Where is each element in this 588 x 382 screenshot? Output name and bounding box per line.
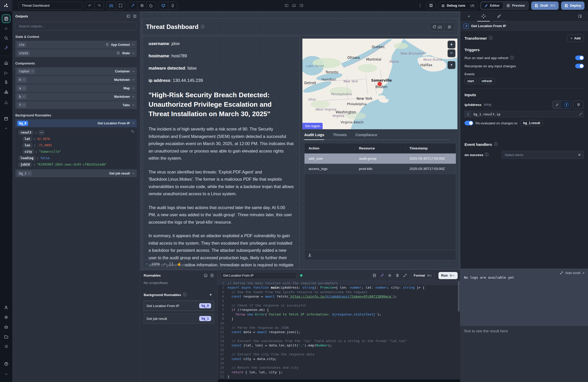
panel-right-icon[interactable] xyxy=(300,4,303,7)
output-row-ctx[interactable]: ctx App Context xyxy=(15,41,137,49)
code-line[interactable]: 6 // Check if the response is successful xyxy=(218,303,460,308)
desktop-view-icon[interactable] xyxy=(159,2,168,10)
auto-scroll-check-icon[interactable]: ✓ xyxy=(582,271,585,275)
code-line[interactable]: 21 return { lon, lat, city }; xyxy=(218,370,460,374)
code-line[interactable]: 3 // Use the token from the Ipinfo resou… xyxy=(218,290,460,294)
static-mode-icon[interactable] xyxy=(552,101,562,108)
rail-search-icon[interactable] xyxy=(2,34,10,42)
chevron-down-icon[interactable] xyxy=(132,43,135,46)
auto-scroll-label[interactable]: Auto scroll xyxy=(565,271,580,275)
set-region-button[interactable]: Set region xyxy=(302,123,323,129)
dark-mode-icon[interactable] xyxy=(146,2,156,10)
ip-expression-input[interactable]: 1 bg_1.result.ip xyxy=(465,111,584,117)
tabs-component[interactable]: Audit Logs Threats Compliance Action Res… xyxy=(302,130,458,273)
event-refresh-badge[interactable]: refresh xyxy=(479,78,495,84)
chevron-down-icon[interactable] xyxy=(132,52,135,54)
component-row-topbar[interactable]: topbar☝ Container xyxy=(15,67,137,75)
table-row[interactable]: access_logs prod-k8s 2025-03-30T17:03:00… xyxy=(304,164,456,174)
rail-runs-icon[interactable]: ▷ xyxy=(2,68,10,77)
rail-collapse-icon[interactable]: → xyxy=(2,369,10,378)
redo-button[interactable]: ↷ xyxy=(94,2,104,10)
event-start-badge[interactable]: start xyxy=(465,78,477,84)
style-tab-icon[interactable] xyxy=(496,11,502,21)
bg0-row[interactable]: bg_0 Get Location From IP xyxy=(15,119,137,127)
table-row[interactable]: add_user audit-group 2025-03-30T17:00:00… xyxy=(304,154,456,164)
editor-mode-button[interactable]: Editor xyxy=(481,2,503,9)
rail-help-icon[interactable] xyxy=(2,359,10,368)
code-line[interactable]: 20 // Return the coordinates and city xyxy=(218,365,460,370)
chevron-down-icon[interactable] xyxy=(132,78,135,81)
rail-workers-icon[interactable] xyxy=(2,323,10,331)
code-line[interactable]: 17 // Extract the city from the response… xyxy=(218,352,460,356)
canvas-topbar-component[interactable]: Threat Dashboardⓘ (2) xyxy=(142,18,458,35)
rail-settings-icon[interactable] xyxy=(2,313,10,322)
code-line[interactable]: 22} xyxy=(218,374,460,379)
panel-left-icon[interactable] xyxy=(285,4,289,7)
on-success-select[interactable]: Select items ✕ xyxy=(502,151,584,159)
expand-logs-icon[interactable] xyxy=(560,271,563,275)
preview-mode-button[interactable]: Preview xyxy=(503,2,528,9)
chevron-down-icon[interactable] xyxy=(132,95,135,98)
rail-audit-logs-icon[interactable] xyxy=(2,342,10,351)
connect-icon[interactable] xyxy=(573,101,584,109)
rail-ai-wand-icon[interactable] xyxy=(2,43,10,52)
run-button[interactable]: Run⌘↵ xyxy=(438,272,458,279)
collapse-bottom-icon[interactable] xyxy=(204,274,208,277)
location-marker[interactable] xyxy=(378,82,381,86)
rail-favorites-icon[interactable]: ☆ xyxy=(2,24,10,33)
rail-app-builder-icon[interactable] xyxy=(2,14,10,23)
map-zoom-in-button[interactable]: + xyxy=(448,41,455,48)
component-row-b[interactable]: b☝ Markdown xyxy=(15,93,137,101)
rail-calendar-icon[interactable] xyxy=(2,114,10,123)
output-row-state[interactable]: state State xyxy=(15,49,137,57)
rail-user-icon[interactable] xyxy=(2,303,10,312)
pan-tool-button[interactable]: ☝ xyxy=(177,262,181,266)
docs-button[interactable] xyxy=(426,2,436,10)
add-bg-runnable-button[interactable]: + xyxy=(207,291,214,298)
zoom-in-button[interactable]: + xyxy=(164,262,166,266)
download-icon[interactable] xyxy=(308,253,312,257)
zoom-out-button[interactable]: − xyxy=(146,262,148,266)
code-line[interactable]: 12 const data = await response.json(); xyxy=(218,330,460,334)
rail-add-icon[interactable]: + xyxy=(2,124,10,133)
runnable-name-input[interactable]: Get Location From IP xyxy=(220,272,297,279)
json-key[interactable]: result xyxy=(18,130,33,135)
code-line[interactable]: 2export async function main(ipAddress: s… xyxy=(218,285,460,290)
code-line[interactable]: 11 // Parse the response as JSON xyxy=(218,325,460,330)
reeval-toggle[interactable] xyxy=(465,121,473,125)
reeval-dep-badge[interactable]: bg_1.result xyxy=(520,120,543,126)
rail-resources-icon[interactable] xyxy=(2,88,10,96)
insert-tab-icon[interactable]: + xyxy=(467,11,471,21)
mobile-view-icon[interactable] xyxy=(168,2,177,10)
expand-editor-icon[interactable] xyxy=(403,274,407,277)
runnable-item-bg1[interactable]: Get job result bg_1 xyxy=(144,313,214,324)
tab-compliance[interactable]: Compliance xyxy=(356,133,377,139)
more-menu-icon[interactable]: ⋮ xyxy=(416,3,424,8)
editor-scrollbar[interactable] xyxy=(458,281,460,312)
doc-panel-icon[interactable] xyxy=(133,14,137,18)
add-transformer-button[interactable]: +Add xyxy=(567,34,584,42)
col-resource[interactable]: Resource xyxy=(355,146,405,150)
expand-expression-icon[interactable] xyxy=(579,113,582,116)
app-title-input[interactable]: Threat Dashboard xyxy=(18,2,82,9)
collapse-right-panel-icon[interactable] xyxy=(578,14,582,18)
chevron-up-icon[interactable] xyxy=(132,122,135,125)
col-action[interactable]: Action xyxy=(304,146,355,150)
code-line[interactable]: 16 xyxy=(218,348,460,352)
refresh-button[interactable]: (2) xyxy=(430,23,445,31)
code-line[interactable]: 15 const [lat, lon] = data.loc.split(','… xyxy=(218,343,460,347)
run-on-start-toggle[interactable] xyxy=(575,56,584,60)
code-area[interactable]: 1// Define the main function with the re… xyxy=(218,281,460,379)
code-line[interactable]: 7 if (!response.ok) { xyxy=(218,308,460,312)
delete-icon[interactable] xyxy=(395,274,399,277)
search-outputs-input[interactable]: Search outputs... xyxy=(15,22,137,30)
ai-assist-icon[interactable] xyxy=(380,274,384,277)
clear-select-icon[interactable]: ✕ xyxy=(578,153,581,157)
chevron-down-icon[interactable] xyxy=(132,172,135,175)
code-line[interactable]: 9 } xyxy=(218,316,460,321)
recompute-toggle[interactable] xyxy=(575,64,584,68)
col-timestamp[interactable]: Timestamp xyxy=(405,146,456,150)
json-key[interactable]: city xyxy=(22,149,34,154)
undo-button[interactable]: ↶ xyxy=(85,2,94,10)
code-line[interactable]: 1// Define the main function with the re… xyxy=(218,281,460,285)
